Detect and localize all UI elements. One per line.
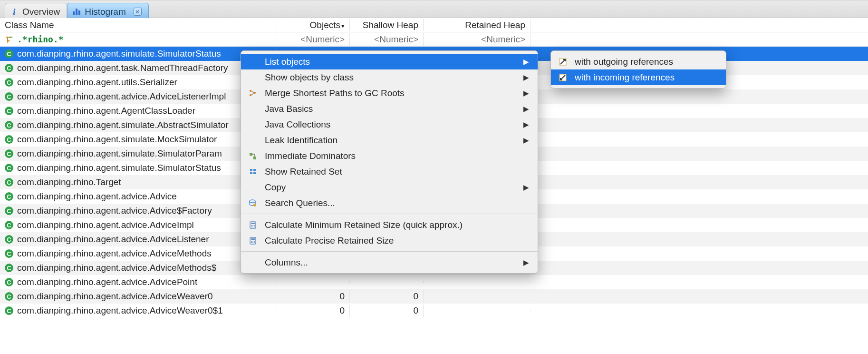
svg-rect-12 bbox=[251, 223, 255, 224]
menu-separator bbox=[241, 214, 538, 214]
class-icon: C bbox=[5, 78, 13, 87]
class-name-cell: com.dianping.rhino.agent.advice.AdvicePo… bbox=[17, 277, 197, 287]
calculator-icon bbox=[248, 236, 258, 245]
menu-immediate-dominators[interactable]: Immediate Dominators bbox=[241, 148, 538, 164]
menu-copy[interactable]: Copy ▶ bbox=[241, 179, 538, 195]
svg-point-18 bbox=[254, 226, 255, 227]
svg-point-2 bbox=[254, 92, 256, 94]
svg-rect-6 bbox=[253, 169, 256, 171]
class-icon: C bbox=[5, 107, 13, 115]
class-name-cell: com.dianping.rhino.agent.simulate.MockSi… bbox=[17, 134, 217, 145]
svg-point-16 bbox=[251, 226, 252, 227]
class-icon: C bbox=[5, 206, 13, 215]
class-icon: C bbox=[5, 306, 13, 315]
menu-leak-identification[interactable]: Leak Identification ▶ bbox=[241, 132, 538, 148]
menu-calc-precise-retained[interactable]: Calculate Precise Retained Size bbox=[241, 233, 538, 248]
class-name-cell: com.dianping.rhino.agent.advice.AdviceMe… bbox=[17, 263, 216, 273]
svg-point-1 bbox=[250, 94, 251, 96]
submenu-arrow-icon: ▶ bbox=[523, 58, 529, 66]
table-row[interactable]: Ccom.dianping.rhino.agent.advice.AdviceW… bbox=[0, 289, 868, 304]
class-icon: C bbox=[5, 264, 13, 272]
table-row[interactable]: Ccom.dianping.rhino.agent.advice.AdviceW… bbox=[0, 304, 868, 318]
regex-filter-input[interactable]: .*rhino.* bbox=[17, 34, 64, 44]
shallow-cell bbox=[350, 281, 424, 283]
column-header-class-name[interactable]: Class Name bbox=[0, 19, 276, 31]
class-icon: C bbox=[5, 249, 13, 258]
sort-desc-icon: ▾ bbox=[341, 22, 345, 30]
class-icon: C bbox=[5, 292, 13, 301]
svg-point-23 bbox=[254, 241, 255, 242]
submenu-arrow-icon: ▶ bbox=[523, 105, 529, 113]
svg-rect-5 bbox=[250, 169, 252, 171]
filter-row: .*rhino.* <Numeric> <Numeric> <Numeric> bbox=[0, 32, 868, 47]
context-menu: List objects ▶ Show objects by class ▶ M… bbox=[241, 50, 538, 274]
class-icon: C bbox=[5, 278, 13, 286]
class-name-cell: com.dianping.rhino.agent.advice.AdviceWe… bbox=[17, 305, 223, 316]
column-header-shallow-heap[interactable]: Shallow Heap bbox=[350, 19, 424, 31]
class-name-cell: com.dianping.rhino.Target bbox=[17, 177, 121, 187]
objects-cell: 0 bbox=[276, 290, 350, 303]
menu-show-retained-set[interactable]: Show Retained Set bbox=[241, 164, 538, 179]
svg-point-10 bbox=[253, 204, 256, 206]
class-name-cell: com.dianping.rhino.agent.advice.AdviceLi… bbox=[17, 91, 226, 102]
svg-point-0 bbox=[250, 90, 251, 92]
filter-retained[interactable]: <Numeric> bbox=[424, 33, 530, 46]
menu-calc-minimum-retained[interactable]: Calculate Minimum Retained Size (quick a… bbox=[241, 217, 538, 233]
column-header-objects[interactable]: Objects▾ bbox=[276, 19, 350, 31]
submenu-arrow-icon: ▶ bbox=[523, 89, 529, 98]
retained-set-icon bbox=[248, 167, 258, 176]
filter-objects[interactable]: <Numeric> bbox=[276, 33, 350, 46]
svg-point-17 bbox=[252, 226, 253, 227]
submenu-arrow-icon: ▶ bbox=[523, 183, 529, 192]
menu-columns[interactable]: Columns... ▶ bbox=[241, 255, 538, 270]
svg-rect-4 bbox=[253, 157, 256, 159]
class-name-cell: com.dianping.rhino.agent.simulate.Abstra… bbox=[17, 120, 229, 130]
column-header-retained-heap[interactable]: Retained Heap bbox=[424, 19, 530, 31]
table-header: Class Name Objects▾ Shallow Heap Retaine… bbox=[0, 18, 868, 32]
class-icon: C bbox=[5, 64, 13, 72]
submenu-outgoing-references[interactable]: with outgoing references bbox=[551, 54, 726, 69]
menu-search-queries[interactable]: Search Queries... bbox=[241, 195, 538, 211]
tree-icon bbox=[248, 89, 258, 98]
class-name-cell: com.dianping.rhino.agent.advice.Advice bbox=[17, 191, 177, 202]
outgoing-ref-icon bbox=[558, 58, 568, 66]
submenu-arrow-icon: ▶ bbox=[523, 73, 529, 82]
class-icon: C bbox=[5, 164, 13, 172]
svg-point-24 bbox=[251, 242, 252, 243]
menu-show-objects-by-class[interactable]: Show objects by class ▶ bbox=[241, 69, 538, 85]
menu-java-collections[interactable]: Java Collections ▶ bbox=[241, 117, 538, 132]
menu-list-objects[interactable]: List objects ▶ bbox=[241, 54, 538, 69]
class-name-cell: com.dianping.rhino.agent.task.NamedThrea… bbox=[17, 63, 228, 73]
submenu-arrow-icon: ▶ bbox=[523, 120, 529, 129]
svg-rect-8 bbox=[253, 172, 256, 174]
class-icon: C bbox=[5, 49, 13, 58]
class-icon: C bbox=[5, 235, 13, 244]
class-icon: C bbox=[5, 121, 13, 129]
submenu-incoming-references[interactable]: with incoming references bbox=[551, 69, 726, 85]
query-icon bbox=[248, 199, 258, 207]
calculator-icon bbox=[248, 221, 258, 229]
svg-point-9 bbox=[250, 200, 255, 203]
class-icon: C bbox=[5, 221, 13, 229]
menu-java-basics[interactable]: Java Basics ▶ bbox=[241, 101, 538, 117]
shallow-cell: 0 bbox=[350, 290, 424, 303]
retained-cell bbox=[424, 281, 530, 283]
class-name-cell: com.dianping.rhino.agent.simulate.Simula… bbox=[17, 163, 221, 173]
class-icon: C bbox=[5, 135, 13, 144]
class-name-cell: com.dianping.rhino.agent.utils.Serialize… bbox=[17, 77, 177, 88]
class-name-cell: com.dianping.rhino.agent.advice.AdviceLi… bbox=[17, 234, 209, 245]
svg-point-25 bbox=[252, 242, 253, 243]
class-name-cell: com.dianping.rhino.agent.AgentClassLoade… bbox=[17, 106, 195, 116]
svg-point-14 bbox=[252, 225, 253, 226]
close-icon[interactable]: ✕ bbox=[134, 8, 142, 16]
info-icon: i bbox=[10, 8, 19, 16]
menu-merge-shortest-paths[interactable]: Merge Shortest Paths to GC Roots ▶ bbox=[241, 85, 538, 101]
table-row[interactable]: Ccom.dianping.rhino.agent.advice.AdviceP… bbox=[0, 275, 868, 289]
tab-bar: i Overview Histogram ✕ bbox=[0, 0, 868, 18]
class-icon: C bbox=[5, 178, 13, 187]
tab-overview[interactable]: i Overview bbox=[5, 3, 67, 18]
tab-histogram[interactable]: Histogram ✕ bbox=[67, 3, 149, 18]
tab-label: Histogram bbox=[85, 7, 126, 17]
filter-shallow[interactable]: <Numeric> bbox=[350, 33, 424, 46]
tab-label: Overview bbox=[22, 7, 60, 17]
